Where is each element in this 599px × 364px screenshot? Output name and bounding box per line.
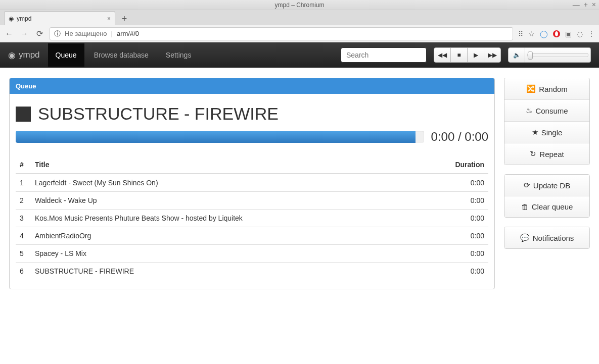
star-icon: ★ [532, 128, 538, 137]
cell-duration: 0:00 [421, 192, 488, 210]
browser-back-button[interactable]: ← [4, 29, 14, 38]
browser-menu-icon[interactable]: ⋮ [588, 30, 595, 38]
table-row[interactable]: 5Spacey - LS Mix0:00 [16, 245, 488, 263]
comment-icon: 💬 [520, 233, 530, 242]
cell-duration: 0:00 [421, 245, 488, 263]
progress-bar[interactable] [16, 131, 424, 143]
play-circle-icon: ◉ [9, 15, 14, 22]
cell-duration: 0:00 [421, 227, 488, 245]
mode-group: 🔀 Random ♨ Consume ★ Single ↻ Repeat [504, 78, 590, 165]
forward-icon: ▶▶ [488, 51, 497, 59]
now-playing-title: SUBSTRUCTURE - FIREWIRE [38, 104, 279, 124]
translate-icon[interactable]: ⠿ [518, 30, 523, 38]
extension-box-icon[interactable]: ▣ [565, 30, 572, 38]
cell-number: 3 [16, 210, 31, 227]
cell-title: AmbientRadioOrg [31, 227, 421, 245]
nav-browse-database[interactable]: Browse database [86, 43, 156, 67]
info-icon: ⓘ [54, 29, 61, 38]
cell-title: Kos.Mos Music Presents Phuture Beats Sho… [31, 210, 421, 227]
volume-control: 🔈 [508, 47, 591, 63]
col-number: # [16, 156, 31, 174]
cell-number: 2 [16, 192, 31, 210]
volume-thumb[interactable] [528, 51, 533, 60]
notifications-group: 💬 Notifications [504, 227, 590, 249]
cell-number: 6 [16, 263, 31, 280]
browser-toolbar: ← → ⟳ ⓘ Не защищено | arm/#/0 ⠿ ☆ ◯ ▣ ◌ … [0, 25, 599, 42]
cell-title: Waldeck - Wake Up [31, 192, 421, 210]
window-minimize-icon[interactable]: — [573, 1, 580, 9]
table-row[interactable]: 2Waldeck - Wake Up0:00 [16, 192, 488, 210]
browser-tab-title: ympd [17, 15, 31, 22]
volume-slider[interactable] [525, 47, 591, 63]
extension-icon[interactable]: ◯ [540, 30, 548, 38]
queue-panel-heading: Queue [10, 78, 494, 94]
transport-controls: ◀◀ ■ ▶ ▶▶ [434, 47, 501, 63]
col-title: Title [31, 156, 421, 174]
new-tab-button[interactable]: + [117, 12, 131, 25]
clear-queue-button[interactable]: 🗑 Clear queue [504, 196, 589, 217]
omnibox[interactable]: ⓘ Не защищено | arm/#/0 [50, 27, 513, 40]
browser-reload-button[interactable]: ⟳ [34, 29, 44, 38]
single-button[interactable]: ★ Single [504, 121, 589, 143]
opera-icon[interactable] [553, 30, 560, 37]
brand-play-icon: ◉ [8, 50, 16, 61]
profile-icon[interactable]: ◌ [577, 30, 583, 38]
stop-icon: ■ [457, 51, 460, 59]
browser-tab-strip: ◉ ympd × + [0, 10, 599, 25]
cell-duration: 0:00 [421, 174, 488, 192]
queue-table: # Title Duration 1Lagerfeldt - Sweet (My… [16, 156, 488, 280]
cell-duration: 0:00 [421, 263, 488, 280]
window-close-icon[interactable]: × [592, 1, 596, 9]
progress-time: 0:00 / 0:00 [431, 130, 488, 144]
cell-number: 5 [16, 245, 31, 263]
notifications-button[interactable]: 💬 Notifications [504, 227, 589, 248]
update-db-button[interactable]: ⟳ Update DB [504, 175, 589, 196]
table-row[interactable]: 6SUBSTRUCTURE - FIREWIRE0:00 [16, 263, 488, 280]
now-playing: SUBSTRUCTURE - FIREWIRE [16, 104, 488, 124]
cell-title: Lagerfeldt - Sweet (My Sun Shines On) [31, 174, 421, 192]
window-title: ympd – Chromium [274, 2, 324, 9]
address-text: arm/#/0 [117, 30, 139, 37]
play-button[interactable]: ▶ [467, 47, 484, 63]
cell-title: SUBSTRUCTURE - FIREWIRE [31, 263, 421, 280]
speaker-icon: 🔈 [513, 51, 521, 59]
app-navbar: ◉ ympd Queue Browse database Settings ◀◀… [0, 42, 599, 68]
repeat-icon: ↻ [530, 149, 536, 159]
stop-square-icon [16, 107, 31, 122]
browser-forward-button[interactable]: → [19, 29, 29, 38]
cell-number: 4 [16, 227, 31, 245]
table-row[interactable]: 3Kos.Mos Music Presents Phuture Beats Sh… [16, 210, 488, 227]
shuffle-icon: 🔀 [526, 84, 536, 93]
brand[interactable]: ◉ ympd [8, 50, 46, 61]
stop-button[interactable]: ■ [450, 47, 468, 63]
window-maximize-icon[interactable]: + [584, 1, 588, 9]
refresh-icon: ⟳ [524, 181, 530, 190]
play-icon: ▶ [474, 51, 478, 59]
cell-title: Spacey - LS Mix [31, 245, 421, 263]
fire-icon: ♨ [526, 106, 532, 115]
cell-number: 1 [16, 174, 31, 192]
nav-settings[interactable]: Settings [158, 43, 199, 67]
repeat-button[interactable]: ↻ Repeat [504, 143, 589, 165]
trash-icon: 🗑 [521, 202, 529, 211]
queue-panel: Queue SUBSTRUCTURE - FIREWIRE 0:00 / 0:0… [9, 78, 495, 289]
random-button[interactable]: 🔀 Random [504, 78, 589, 99]
backward-icon: ◀◀ [438, 51, 447, 59]
bookmark-star-icon[interactable]: ☆ [528, 30, 535, 38]
next-button[interactable]: ▶▶ [484, 47, 501, 63]
table-row[interactable]: 4AmbientRadioOrg0:00 [16, 227, 488, 245]
window-titlebar: ympd – Chromium — + × [0, 0, 599, 10]
security-label: Не защищено [65, 30, 107, 37]
tab-close-icon[interactable]: × [107, 15, 111, 22]
nav-queue[interactable]: Queue [48, 43, 84, 67]
table-row[interactable]: 1Lagerfeldt - Sweet (My Sun Shines On)0:… [16, 174, 488, 192]
prev-button[interactable]: ◀◀ [434, 47, 451, 63]
progress-fill [16, 131, 416, 143]
cell-duration: 0:00 [421, 210, 488, 227]
search-input[interactable] [341, 47, 427, 63]
consume-button[interactable]: ♨ Consume [504, 99, 589, 121]
brand-label: ympd [19, 50, 40, 60]
col-duration: Duration [421, 156, 488, 174]
browser-tab[interactable]: ◉ ympd × [4, 11, 115, 25]
volume-button[interactable]: 🔈 [508, 47, 525, 63]
